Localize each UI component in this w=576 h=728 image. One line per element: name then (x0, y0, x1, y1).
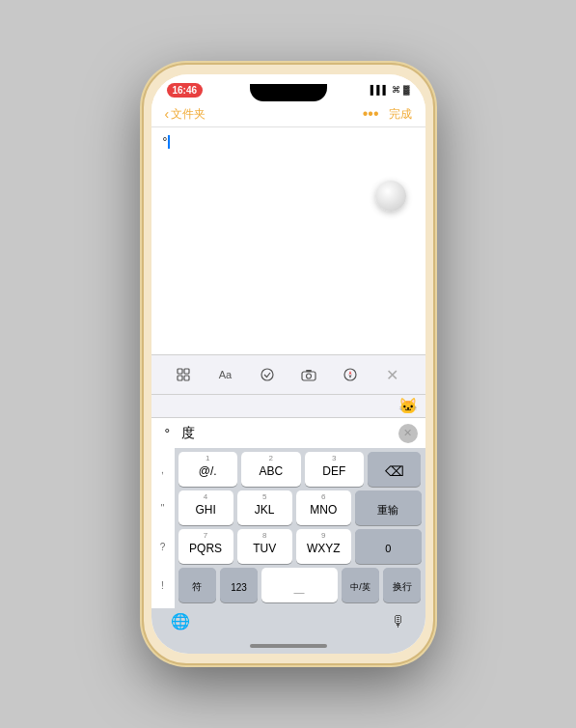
candidate-word[interactable]: 度 (176, 423, 201, 444)
nav-right: ••• 完成 (363, 105, 412, 123)
reset-key[interactable]: 重输 (355, 490, 422, 525)
svg-marker-10 (349, 375, 352, 378)
svg-rect-0 (178, 369, 182, 374)
typed-text: ° (163, 135, 168, 149)
back-label: 文件夹 (171, 106, 206, 123)
quote-key[interactable]: " (153, 490, 173, 525)
battery-icon: ▓ (403, 85, 410, 95)
return-key[interactable]: 换行 (383, 568, 421, 602)
home-indicator (151, 638, 425, 654)
candidate-close-button[interactable]: ✕ (398, 424, 418, 443)
text-content: ° (163, 135, 414, 149)
svg-rect-5 (302, 372, 315, 380)
key-jkl[interactable]: 5 JKL (237, 490, 292, 525)
back-arrow-icon: ‹ (165, 106, 170, 122)
emoji-icon[interactable]: 🐱 (398, 397, 418, 415)
num-key[interactable]: 123 (220, 568, 258, 602)
status-time: 16:46 (167, 83, 204, 98)
back-button[interactable]: ‹ 文件夹 (165, 106, 206, 123)
svg-rect-3 (184, 376, 189, 380)
candidate-degree-symbol: ° (165, 426, 171, 441)
backspace-key[interactable]: ⌫ (368, 452, 421, 487)
bottom-bar: 🌐 🎙 (151, 608, 425, 638)
format-icon[interactable]: Aa (211, 361, 238, 388)
compass-icon[interactable] (337, 361, 364, 388)
key-def[interactable]: 3 DEF (305, 452, 365, 487)
grid-icon[interactable] (170, 361, 197, 388)
keyboard-main: 1 @/. 2 ABC 3 DEF ⌫ (175, 448, 425, 608)
mic-icon[interactable]: 🎙 (391, 613, 406, 630)
side-keys-col: , " ? ! (151, 448, 175, 608)
key-wxyz[interactable]: 9 WXYZ (296, 529, 351, 564)
phone-device: 16:46 ▌▌▌ ⌘ ▓ ‹ 文件夹 ••• 完成 ° (144, 65, 433, 663)
key-abc[interactable]: 2 ABC (241, 452, 301, 487)
key-row-bottom: 符 123 ＿ 中/英 换行 (178, 568, 422, 602)
camera-icon[interactable] (295, 361, 322, 388)
keyboard-area: , " ? ! 1 @/. 2 ABC (151, 448, 425, 608)
space-key[interactable]: ＿ (261, 568, 338, 602)
wifi-icon: ⌘ (392, 85, 400, 95)
done-button[interactable]: 完成 (389, 106, 412, 123)
svg-rect-7 (306, 370, 312, 372)
toolbar: Aa (151, 354, 425, 394)
candidate-text: 度 (181, 425, 195, 442)
key-ghi[interactable]: 4 GHI (178, 490, 233, 525)
home-bar (250, 644, 327, 648)
symbol-key[interactable]: 符 (178, 568, 216, 602)
comma-key[interactable]: , (153, 452, 173, 487)
globe-icon[interactable]: 🌐 (171, 612, 190, 630)
question-key[interactable]: ? (153, 529, 173, 564)
key-tuv[interactable]: 8 TUV (237, 529, 292, 564)
key-row-2: 4 GHI 5 JKL 6 MNO 重输 (178, 490, 422, 525)
notch (250, 84, 327, 101)
signal-icon: ▌▌▌ (370, 85, 389, 95)
svg-rect-2 (178, 376, 182, 380)
key-pqrs[interactable]: 7 PQRS (178, 529, 233, 564)
key-atslashdot[interactable]: 1 @/. (178, 452, 238, 487)
status-icons: ▌▌▌ ⌘ ▓ (370, 85, 410, 95)
svg-marker-9 (349, 371, 352, 375)
checklist-icon[interactable] (254, 361, 281, 388)
text-cursor (168, 135, 170, 149)
keyboard-close-icon[interactable]: ✕ (379, 361, 406, 388)
content-area[interactable]: ° (151, 127, 425, 354)
candidate-prefix: ° (159, 424, 177, 443)
candidate-bar: ° 度 ✕ (151, 417, 425, 448)
chinese-key[interactable]: 中/英 (342, 568, 379, 602)
exclaim-key[interactable]: ! (153, 568, 173, 602)
key-mno[interactable]: 6 MNO (296, 490, 351, 525)
zero-key[interactable]: 0 (355, 529, 422, 564)
emoji-row: 🐱 (151, 394, 425, 417)
svg-point-4 (261, 369, 273, 380)
more-button[interactable]: ••• (363, 105, 379, 123)
nav-bar: ‹ 文件夹 ••• 完成 (151, 101, 425, 127)
svg-point-6 (307, 374, 312, 378)
phone-screen: 16:46 ▌▌▌ ⌘ ▓ ‹ 文件夹 ••• 完成 ° (151, 74, 425, 654)
key-row-3: 7 PQRS 8 TUV 9 WXYZ 0 (178, 529, 422, 564)
assistive-touch-button[interactable] (375, 181, 406, 211)
svg-rect-1 (184, 369, 189, 374)
key-row-1: 1 @/. 2 ABC 3 DEF ⌫ (178, 452, 422, 487)
svg-point-8 (344, 369, 356, 380)
